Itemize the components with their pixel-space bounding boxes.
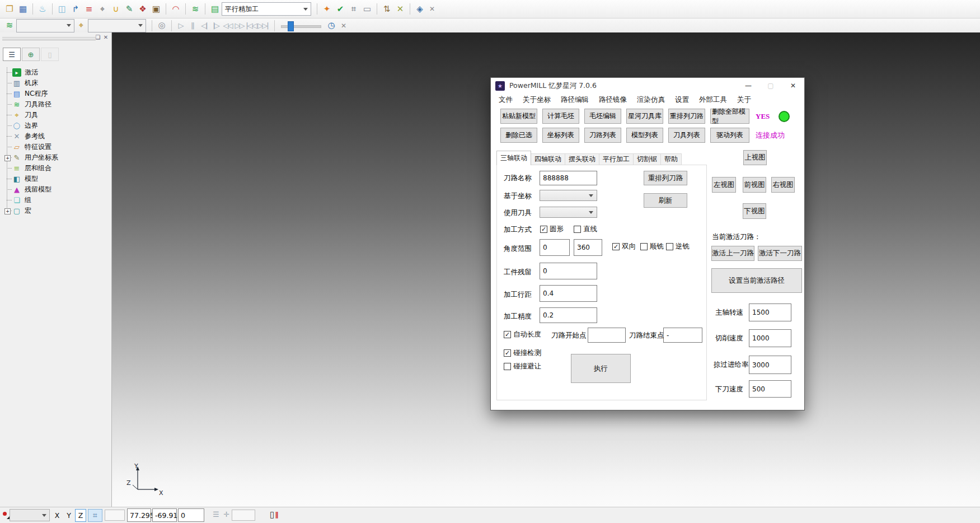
tree-item-workplanes[interactable]: + ✎ 用户坐标系 <box>3 152 110 163</box>
path-start-input[interactable] <box>588 328 626 343</box>
tolerance-input[interactable]: 0.2 <box>540 307 597 323</box>
reorder-toolpaths-button[interactable]: 重排列刀路 <box>668 109 705 124</box>
execute-button[interactable]: 执行 <box>571 354 631 383</box>
leads-links-icon[interactable]: ◠ <box>169 2 182 16</box>
menu-about[interactable]: 关于 <box>732 95 756 105</box>
drive-list-button[interactable]: 驱动列表 <box>710 128 749 143</box>
status-combobox[interactable] <box>10 509 50 521</box>
tree-item-patterns[interactable]: ✕ 参考线 <box>3 131 110 142</box>
collision-check-checkbox[interactable]: 碰撞检测 <box>504 348 541 358</box>
paste-model-button[interactable]: 粘贴新模型 <box>500 109 537 124</box>
auto-length-checkbox[interactable]: 自动长度 <box>504 330 541 339</box>
tree-item-stock-models[interactable]: ▲ 残留模型 <box>3 184 110 195</box>
conventional-mill-checkbox[interactable]: 逆铣 <box>666 242 690 251</box>
tab-swivel[interactable]: 摆头联动 <box>565 153 599 165</box>
view-bottom-button[interactable]: 下视图 <box>743 203 766 219</box>
calc-block-button[interactable]: 计算毛坯 <box>542 109 579 124</box>
simulation-speed-slider[interactable] <box>281 21 321 31</box>
block-edit-button[interactable]: 毛坯编辑 <box>584 109 621 124</box>
active-toolpath-icon[interactable]: ≋ <box>189 2 202 16</box>
climb-mill-checkbox[interactable]: 顺铣 <box>640 242 664 251</box>
path-end-input[interactable]: - <box>663 328 702 343</box>
strategy-combobox[interactable]: 平行精加工 <box>222 2 311 16</box>
tree-item-feature-sets[interactable]: ▱ 特征设置 <box>3 142 110 152</box>
menu-path-mirror[interactable]: 路径镜像 <box>594 95 632 105</box>
status-blank-field[interactable] <box>105 510 125 521</box>
tool-change-icon[interactable]: ⇅ <box>380 2 393 16</box>
menu-external-tools[interactable]: 外部工具 <box>694 95 732 105</box>
rewind-icon[interactable]: ◁◁ <box>222 20 233 31</box>
cursor-x-field[interactable]: 77.2951 <box>127 508 151 522</box>
tree-item-macros[interactable]: + ▢ 宏 <box>3 206 110 216</box>
cutting-feed-input[interactable]: 1000 <box>749 329 791 347</box>
circle-checkbox[interactable]: 圆形 <box>540 225 564 234</box>
tree-item-toolpaths[interactable]: ≋ 刀具路径 <box>3 99 110 110</box>
angle-from-input[interactable]: 0 <box>540 239 570 256</box>
reorder-button[interactable]: 重排列刀路 <box>644 171 687 185</box>
sim-toolpath-icon[interactable]: ≋ <box>3 19 16 32</box>
open-file-icon[interactable]: ❐ <box>3 2 16 16</box>
toolpath-list-button[interactable]: 刀路列表 <box>584 128 621 143</box>
sim-close-icon[interactable]: ✕ <box>338 19 349 32</box>
view-left-button[interactable]: 左视图 <box>712 177 736 193</box>
axis-x-button[interactable]: X <box>51 509 63 522</box>
sim-tool-icon[interactable]: ⌖ <box>74 19 88 32</box>
go-start-icon[interactable]: |◁◁ <box>245 20 257 31</box>
slider-handle[interactable] <box>288 21 294 31</box>
stock-model-icon[interactable]: ◈ <box>413 2 426 16</box>
skim-feed-input[interactable]: 3000 <box>749 356 791 374</box>
sim-tool-combobox[interactable] <box>88 19 146 32</box>
transform-icon[interactable]: ✕ <box>393 2 407 16</box>
close-button[interactable]: ✕ <box>782 78 804 94</box>
ruler-icon[interactable]: ▭ <box>360 2 374 16</box>
maximize-button[interactable]: ▢ <box>759 78 782 94</box>
axis-y-button[interactable]: Y <box>63 509 74 522</box>
globe-tab[interactable]: ⊕ <box>22 48 40 61</box>
tree-item-boundaries[interactable]: ◯ 边界 <box>3 120 110 131</box>
workplane-list-button[interactable]: 坐标列表 <box>542 128 579 143</box>
float-panel-icon[interactable]: ❏ <box>95 34 101 40</box>
cursor-y-field[interactable]: -69.918 <box>152 508 177 522</box>
toolpath-strategies-icon[interactable]: ↱ <box>69 2 82 16</box>
minimize-button[interactable]: — <box>737 78 759 94</box>
refresh-button[interactable]: 刷新 <box>644 193 687 208</box>
tool-list-button[interactable]: 刀具列表 <box>668 128 705 143</box>
step-forward-icon[interactable]: |▷ <box>210 20 222 31</box>
step-back-icon[interactable]: ◁| <box>198 20 210 31</box>
calculator-icon[interactable]: ⌗ <box>347 2 360 16</box>
tool-library-button[interactable]: 星河刀具库 <box>626 109 663 124</box>
axis-z-button[interactable]: Z <box>75 509 86 522</box>
pause-icon[interactable]: || <box>186 20 198 31</box>
status-blank-field-2[interactable] <box>232 510 255 521</box>
bidirectional-checkbox[interactable]: 双向 <box>612 242 636 251</box>
tree-item-models[interactable]: ◧ 模型 <box>3 174 110 184</box>
window-layout-icon[interactable]: ▯ ∥ <box>270 510 278 520</box>
panel-grip[interactable] <box>2 37 96 40</box>
verify-icon[interactable]: ✔ <box>334 2 347 16</box>
delete-selected-button[interactable]: 删除已选 <box>500 128 537 143</box>
toolpath-name-input[interactable]: 888888 <box>540 171 597 185</box>
strategy-list-icon[interactable]: ▤ <box>208 2 222 16</box>
tab-4axis[interactable]: 四轴联动 <box>531 153 565 165</box>
angle-to-input[interactable]: 360 <box>574 239 602 256</box>
expand-icon[interactable]: + <box>4 208 11 214</box>
collision-avoid-checkbox[interactable]: 碰撞避让 <box>504 362 541 371</box>
view-right-button[interactable]: 右视图 <box>771 177 795 193</box>
tree-item-groups[interactable]: ❏ 组 <box>3 195 110 206</box>
stepover-input[interactable]: 0.4 <box>540 285 597 302</box>
tree-item-nc-programs[interactable]: ▤ NC程序 <box>3 88 110 99</box>
menu-path-edit[interactable]: 路径编辑 <box>556 95 594 105</box>
workplane-icon[interactable]: ▣ <box>149 2 163 16</box>
expand-icon[interactable]: + <box>4 155 11 161</box>
activate-prev-button[interactable]: 激活上一刀路 <box>711 246 754 261</box>
model-list-button[interactable]: 模型列表 <box>626 128 663 143</box>
recycle-tab[interactable]: ▯ <box>41 48 59 61</box>
tree-item-tools[interactable]: ⌖ 刀具 <box>3 110 110 120</box>
light-icon[interactable]: ◎ <box>155 19 168 32</box>
view-top-button[interactable]: 上视图 <box>743 150 767 165</box>
tool-select[interactable] <box>540 207 597 218</box>
shaded-model-icon[interactable]: ♨ <box>36 2 49 16</box>
play-icon[interactable]: ▷ <box>175 20 186 31</box>
fast-forward-icon[interactable]: ▷▷ <box>233 20 245 31</box>
boundary-icon[interactable]: ∪ <box>109 2 123 16</box>
